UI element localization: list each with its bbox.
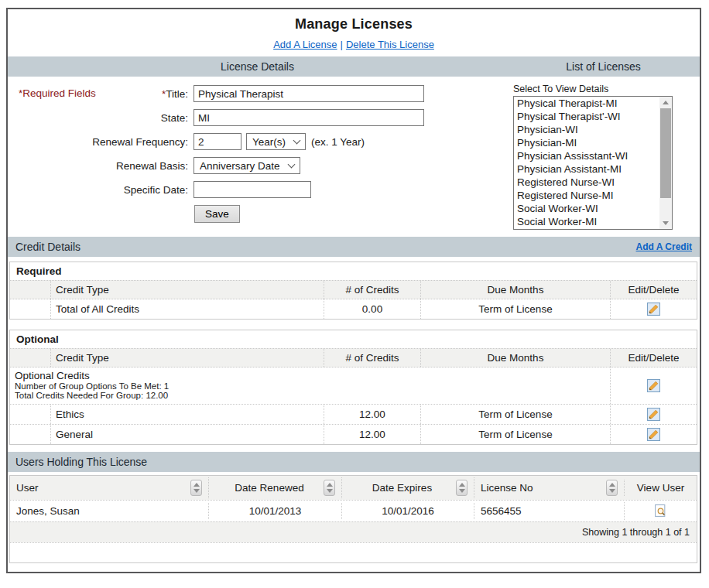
license-list-item[interactable]: Social Worker-MI [514,215,659,228]
edit-icon[interactable] [647,303,660,316]
optional-caption: Optional [10,330,697,348]
credit-type-cell: Total of All Credits [50,299,324,319]
edit-icon[interactable] [647,428,660,441]
renewal-basis-row: Renewal Basis: Anniversary Date [8,157,507,174]
listbox-scrollbar[interactable] [659,97,672,229]
edit-delete-header: Edit/Delete [610,281,697,299]
scroll-down-arrow-icon[interactable] [659,217,672,229]
credit-type-header: Credit Type [50,349,324,367]
scrollbar-thumb[interactable] [660,108,671,198]
num-credits-header: # of Credits [324,281,420,299]
group-total-note: Total Credits Needed For Group: 12.00 [15,391,605,400]
license-listbox-items: Physical Therapist-MI Physical Therapist… [514,97,659,228]
view-user-icon[interactable] [654,504,667,518]
license-list-item[interactable]: Social Worker-WI [514,202,659,215]
license-list-item[interactable]: Physical Therapist'-WI [514,110,659,123]
view-user-column-header: View User [624,480,697,496]
credit-details-bar: Credit Details Add A Credit [8,237,700,257]
renewal-basis-select[interactable]: Anniversary Date [194,157,300,174]
required-caption: Required [10,262,697,280]
due-months-header: Due Months [420,349,610,367]
num-credits-cell: 12.00 [324,405,420,424]
blank-header-cell [10,281,50,299]
users-holding-bar: Users Holding This License [8,452,700,472]
table-row: Ethics 12.00 Term of License [10,405,697,424]
credit-type-header: Credit Type [50,281,324,299]
license-list-item[interactable]: Physician-WI [514,123,659,136]
users-holding-heading: Users Holding This License [15,456,147,468]
scroll-up-arrow-icon[interactable] [659,97,672,108]
renewal-frequency-row: Renewal Frequency: Year(s) (ex. 1 Year) [8,133,507,150]
license-list-item[interactable]: Registered Nurse-MI [514,189,659,202]
license-no-cell: 5656455 [474,503,624,519]
license-listbox[interactable]: Physical Therapist-MI Physical Therapist… [513,96,673,230]
add-credit-link[interactable]: Add A Credit [636,241,692,252]
date-expires-column-header: Date Expires [348,482,456,494]
table-footer: Showing 1 through 1 of 1 [10,521,697,542]
edit-icon[interactable] [647,379,660,392]
title-input[interactable] [194,85,424,102]
empty-table-row [10,542,697,562]
date-renewed-cell: 10/01/2013 [208,503,341,519]
license-list-item[interactable]: Physician Assisstant-WI [514,149,659,162]
add-license-link[interactable]: Add A License [273,39,337,50]
specific-date-input[interactable] [194,181,311,198]
users-table: User Date Renewed Date Expires License N… [9,475,697,563]
required-fields-note: *Required Fields [19,87,96,99]
renewal-frequency-label: Renewal Frequency: [8,136,194,148]
license-details-heading: License Details [8,60,507,73]
delete-license-link[interactable]: Delete This License [346,39,434,50]
sort-up-down-icon[interactable] [606,480,618,496]
optional-credits-group-row: Optional Credits Number of Group Options… [10,368,697,405]
user-column-header: User [16,482,190,494]
required-credits-table: Required Credit Type # of Credits Due Mo… [9,262,697,320]
manage-licenses-page: Manage Licenses Add A License|Delete Thi… [6,8,701,573]
table-row: General 12.00 Term of License [10,424,697,444]
table-row: Jones, Susan 10/01/2013 10/01/2016 56564… [10,500,697,521]
unit-selected-value: Year(s) [252,136,286,148]
listbox-caption: Select To View Details [513,84,700,94]
credit-details-heading: Credit Details [15,241,80,253]
license-list-item[interactable]: Physical Therapist-MI [514,97,659,110]
chevron-down-icon [293,137,301,145]
renewal-basis-label: Renewal Basis: [8,160,194,172]
optional-table-header: Credit Type # of Credits Due Months Edit… [10,348,697,368]
license-list-item[interactable]: Physician-MI [514,136,659,149]
details-section-bar: License Details List of Licenses [8,56,700,77]
details-section-body: *Required Fields *Title: State: Renewal … [8,77,700,230]
link-separator: | [341,39,343,50]
user-cell: Jones, Susan [10,503,208,519]
state-field-row: State: [8,109,507,126]
list-of-licenses-panel: Select To View Details Physical Therapis… [507,77,700,230]
num-credits-header: # of Credits [324,349,420,367]
license-list-item[interactable]: Registered Nurse-WI [514,176,659,189]
state-label: State: [8,112,194,124]
renewal-frequency-input[interactable] [194,133,241,150]
blank-header-cell [10,349,50,367]
table-row: Total of All Credits 0.00 Term of Licens… [10,299,697,319]
page-title: Manage Licenses [8,16,700,32]
due-months-cell: Term of License [420,299,610,319]
group-options-note: Number of Group Options To Be Met: 1 [15,381,605,391]
edit-delete-header: Edit/Delete [610,349,697,367]
num-credits-cell: 12.00 [324,425,420,444]
sort-up-down-icon[interactable] [324,480,335,496]
sort-up-down-icon[interactable] [190,480,202,496]
top-action-links: Add A License|Delete This License [8,39,700,50]
credit-type-cell: Ethics [50,405,324,424]
sort-up-down-icon[interactable] [456,480,468,496]
save-button[interactable]: Save [194,205,240,223]
license-details-form: *Required Fields *Title: State: Renewal … [8,77,507,230]
credit-type-cell: General [50,425,324,444]
save-row: Save [8,205,507,223]
edit-icon[interactable] [647,408,660,421]
specific-date-label: Specific Date: [8,184,194,196]
list-of-licenses-heading: List of Licenses [507,60,700,73]
renewal-frequency-unit-select[interactable]: Year(s) [246,133,306,150]
state-input[interactable] [194,109,424,126]
date-expires-cell: 10/01/2016 [341,503,474,519]
license-no-column-header: License No [481,482,606,494]
due-months-cell: Term of License [420,425,610,444]
frequency-example-hint: (ex. 1 Year) [311,136,365,148]
license-list-item[interactable]: Physician Assistant-MI [514,162,659,176]
